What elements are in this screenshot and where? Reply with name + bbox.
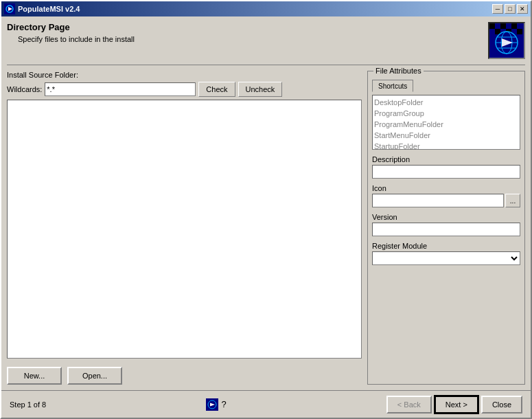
file-list-actions: New... Open...: [7, 367, 362, 385]
svg-rect-5: [495, 23, 500, 29]
description-group: Description: [372, 155, 520, 179]
logo-svg: [489, 23, 524, 58]
file-attributes-group: File Attributes Shortcuts DesktopFolder …: [367, 71, 525, 385]
svg-rect-15: [517, 29, 522, 34]
window-title: PopulateMSI v2.4: [18, 5, 80, 13]
title-bar-left: PopulateMSI v2.4: [4, 3, 80, 14]
page-title-section: Directory Page Specify files to include …: [7, 22, 488, 43]
list-item: StartupFolder: [374, 141, 518, 150]
file-attributes-title: File Attributes: [373, 67, 424, 75]
left-panel: Install Source Folder: Wildcards: Check …: [7, 71, 362, 385]
register-module-group: Register Module: [372, 242, 520, 265]
icon-browse-button[interactable]: ...: [505, 194, 520, 207]
next-button[interactable]: Next >: [435, 396, 478, 414]
list-item: DesktopFolder: [374, 97, 518, 108]
small-logo-icon: [206, 398, 218, 411]
shortcuts-list[interactable]: DesktopFolder ProgramGroup ProgramMenuFo…: [372, 95, 520, 150]
svg-rect-9: [517, 23, 522, 29]
description-input[interactable]: [372, 165, 520, 179]
list-item: StartMenuFolder: [374, 130, 518, 141]
register-module-label: Register Module: [372, 242, 520, 250]
svg-rect-10: [489, 29, 495, 34]
list-item: ProgramMenuFolder: [374, 119, 518, 130]
page-title: Directory Page: [7, 22, 488, 32]
new-button[interactable]: New...: [7, 367, 62, 385]
bottom-bar: Step 1 of 8 ? < Back Next > Close: [1, 390, 531, 418]
register-module-select[interactable]: [372, 251, 520, 265]
svg-rect-7: [506, 23, 511, 29]
help-icon[interactable]: ?: [221, 399, 226, 409]
title-bar: PopulateMSI v2.4 ─ □ ✕: [1, 1, 531, 16]
list-item: ProgramGroup: [374, 108, 518, 119]
check-button[interactable]: Check: [198, 82, 235, 97]
svg-rect-8: [511, 23, 517, 29]
tab-shortcuts[interactable]: Shortcuts: [372, 80, 413, 92]
uncheck-button[interactable]: Uncheck: [238, 82, 283, 97]
app-icon: [4, 3, 15, 14]
main-area: Install Source Folder: Wildcards: Check …: [7, 71, 525, 385]
shortcuts-tabs: Shortcuts: [372, 80, 520, 92]
maximize-button[interactable]: □: [505, 4, 516, 14]
minimize-button[interactable]: ─: [492, 4, 503, 14]
logo-box: [488, 22, 525, 59]
title-buttons: ─ □ ✕: [492, 4, 528, 14]
icon-input[interactable]: [372, 194, 504, 207]
file-list[interactable]: [7, 100, 362, 359]
close-window-button[interactable]: ✕: [517, 4, 528, 14]
header-separator: [7, 65, 525, 65]
icon-label: Icon: [372, 184, 520, 192]
wildcards-row: Wildcards: Check Uncheck: [7, 82, 362, 97]
main-window: PopulateMSI v2.4 ─ □ ✕ Directory Page Sp…: [0, 0, 532, 419]
version-label: Version: [372, 213, 520, 221]
close-button[interactable]: Close: [481, 396, 522, 414]
install-source-label: Install Source Folder:: [7, 71, 78, 79]
wildcards-label: Wildcards:: [7, 85, 42, 93]
page-header: Directory Page Specify files to include …: [7, 22, 525, 59]
back-button[interactable]: < Back: [386, 396, 432, 414]
version-group: Version: [372, 213, 520, 236]
svg-rect-4: [489, 23, 495, 29]
content-area: Directory Page Specify files to include …: [1, 16, 531, 385]
open-button[interactable]: Open...: [67, 367, 122, 385]
page-subtitle: Specify files to include in the install: [7, 35, 488, 43]
icon-group: Icon ...: [372, 184, 520, 207]
icon-input-row: ...: [372, 194, 520, 207]
bottom-right: < Back Next > Close: [386, 396, 522, 414]
bottom-icons: ?: [206, 398, 226, 411]
bottom-left: Step 1 of 8: [10, 400, 46, 409]
install-source-row: Install Source Folder:: [7, 71, 362, 79]
step-indicator: Step 1 of 8: [10, 400, 46, 409]
description-label: Description: [372, 155, 520, 163]
wildcards-input[interactable]: [45, 82, 196, 96]
svg-rect-6: [500, 23, 506, 29]
right-panel: File Attributes Shortcuts DesktopFolder …: [367, 71, 525, 385]
version-input[interactable]: [372, 223, 520, 236]
